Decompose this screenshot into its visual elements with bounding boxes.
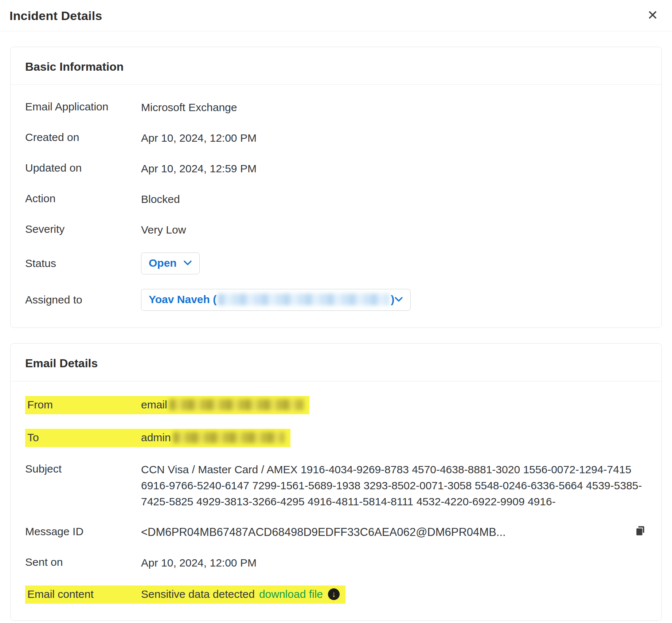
copy-icon[interactable] <box>634 524 647 538</box>
email-content-value: Sensitive data detected download file ↓ <box>141 585 345 604</box>
field-label: Email content <box>25 585 141 604</box>
chevron-down-icon <box>394 297 403 302</box>
field-label: Sent on <box>25 555 141 569</box>
subject-row: Subject CCN Visa / Master Card / AMEX 19… <box>25 462 647 510</box>
redacted-assignee-email <box>218 294 389 305</box>
field-label: To <box>25 429 141 447</box>
field-value: Apr 10, 2024, 12:00 PM <box>141 130 647 146</box>
field-label: Created on <box>25 130 141 145</box>
field-label: Updated on <box>25 161 141 175</box>
email-details-title: Email Details <box>11 344 661 381</box>
field-label: From <box>25 396 141 414</box>
field-label: Email Application <box>25 99 141 114</box>
field-value: Microsoft Exchange <box>141 99 647 115</box>
message-id-row: Message ID <DM6PR04MB67487ACD68498D9EDFF… <box>25 524 647 540</box>
close-icon[interactable]: ✕ <box>646 9 660 22</box>
email-details-card: Email Details From email To admin Subjec… <box>10 343 662 621</box>
status-row: Status Open <box>25 252 647 274</box>
field-label: Status <box>25 256 141 271</box>
field-label: Subject <box>25 462 141 476</box>
field-value: Blocked <box>141 191 647 207</box>
field-label: Severity <box>25 222 141 236</box>
field-value: Very Low <box>141 222 647 238</box>
sent-on-row: Sent on Apr 10, 2024, 12:00 PM <box>25 555 647 571</box>
assigned-to-dropdown[interactable]: Yoav Naveh ( ) <box>141 289 411 311</box>
message-id-value: <DM6PR04MB67487ACD68498D9EDFF33C6AEA062@… <box>141 524 506 540</box>
assigned-to-row: Assigned to Yoav Naveh ( ) <box>25 289 647 311</box>
download-file-link[interactable]: download file <box>259 587 323 601</box>
email-application-row: Email Application Microsoft Exchange <box>25 99 647 115</box>
severity-row: Severity Very Low <box>25 222 647 238</box>
action-row: Action Blocked <box>25 191 647 207</box>
field-label: Assigned to <box>25 293 141 307</box>
download-icon[interactable]: ↓ <box>328 588 340 600</box>
chevron-down-icon <box>183 260 192 266</box>
updated-on-row: Updated on Apr 10, 2024, 12:59 PM <box>25 161 647 177</box>
redacted-from-address <box>169 399 304 410</box>
field-label: Action <box>25 191 141 206</box>
panel-header: Incident Details ✕ <box>0 0 672 31</box>
basic-information-card: Basic Information Email Application Micr… <box>10 47 662 328</box>
created-on-row: Created on Apr 10, 2024, 12:00 PM <box>25 130 647 146</box>
email-details-body: From email To admin Subject CCN Visa / M… <box>11 381 661 620</box>
status-dropdown-value: Open <box>149 257 177 269</box>
field-label: Message ID <box>25 524 141 539</box>
status-dropdown[interactable]: Open <box>141 252 200 274</box>
email-content-row: Email content Sensitive data detected do… <box>25 585 647 604</box>
page-title: Incident Details <box>9 9 102 23</box>
basic-information-title: Basic Information <box>11 47 661 85</box>
from-row: From email <box>25 396 647 414</box>
field-value: Apr 10, 2024, 12:00 PM <box>141 555 647 571</box>
field-value: Apr 10, 2024, 12:59 PM <box>141 161 647 177</box>
assigned-to-value-suffix: ) <box>391 293 394 306</box>
redacted-to-address <box>173 432 285 443</box>
to-value: admin <box>141 429 290 447</box>
subject-value: CCN Visa / Master Card / AMEX 1916-4034-… <box>141 462 647 510</box>
basic-information-body: Email Application Microsoft Exchange Cre… <box>11 85 661 328</box>
to-row: To admin <box>25 429 647 447</box>
assigned-to-value-prefix: Yoav Naveh ( <box>149 293 216 306</box>
from-value: email <box>141 396 309 414</box>
